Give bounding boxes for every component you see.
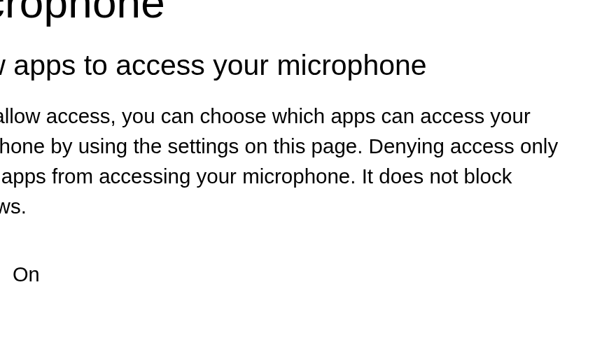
toggle-state-label: On [13, 263, 40, 286]
page-title: Microphone [0, 0, 602, 27]
microphone-access-toggle-row: On [0, 259, 602, 290]
section-heading-allow-apps: Allow apps to access your microphone [0, 48, 602, 82]
section-body-text: If you allow access, you can choose whic… [0, 102, 581, 221]
